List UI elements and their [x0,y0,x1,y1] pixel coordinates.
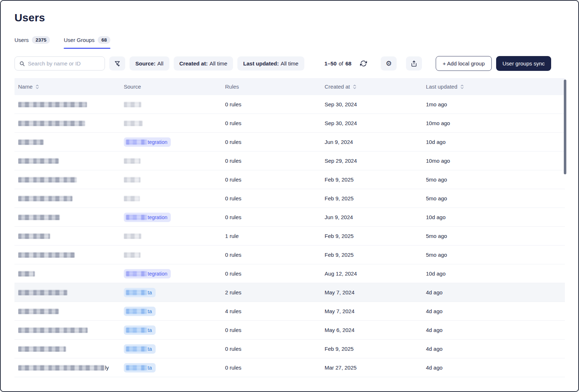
last-updated-cell: 10d ago [426,214,565,220]
group-name-cell [18,139,124,145]
table-row[interactable]: tegration0 rulesJun 9, 202410d ago [14,133,565,152]
source-badge-visible-text: ta [148,290,152,295]
group-name-redacted [18,121,85,126]
group-name-cell [18,214,124,221]
pagination-range: 1–50 [325,60,337,67]
rules-cell: 0 rules [225,195,325,201]
okta-source-badge: ta [124,307,156,316]
tab-users[interactable]: Users 2375 [14,36,50,49]
column-header-name[interactable]: Name [18,84,124,90]
source-cell: ta [124,344,225,354]
source-badge-visible-text: ta [148,308,152,314]
table-row[interactable]: ta0 rulesMay 6, 20244d ago [14,321,565,340]
table-row[interactable]: ta2 rulesMay 7, 20244d ago [14,283,565,302]
group-name-redacted [18,309,59,314]
group-name-cell [18,327,124,333]
source-redacted [124,196,140,201]
table-row[interactable]: 0 rulesSep 29, 202410mo ago [14,152,565,170]
source-badge-visible-text: tegration [148,214,167,220]
last-updated-cell: 5mo ago [426,233,565,239]
group-name-cell [18,289,124,296]
column-header-source: Source [124,84,225,90]
column-header-name-label: Name [18,84,33,90]
source-cell [124,176,225,183]
created-at-cell: Feb 9, 2025 [325,346,426,352]
group-name-redacted [18,140,43,145]
column-header-rules-label: Rules [225,84,239,90]
gear-icon: ⚙ [386,60,392,67]
sort-chevrons-icon[interactable] [460,84,464,89]
rules-cell: 0 rules [225,214,325,220]
group-name-cell [18,195,124,202]
table-row[interactable]: ta0 rulesFeb 9, 20254d ago [14,340,565,358]
integration-source-badge: tegration [124,137,171,147]
last-updated-cell: 4d ago [426,346,565,352]
refresh-button[interactable] [356,56,371,71]
rules-cell: 0 rules [225,158,325,164]
column-header-created-at[interactable]: Created at [325,84,426,90]
rules-cell: 0 rules [225,270,325,277]
okta-source-badge: ta [124,363,156,372]
pagination-total: 68 [346,60,352,67]
group-name-cell [18,158,124,164]
table-header-row: Name Source Rules Created at Last update… [14,78,565,95]
column-header-created-at-label: Created at [325,84,350,90]
group-name-redacted [18,346,66,352]
table-row[interactable]: 0 rulesFeb 9, 20255mo ago [14,170,565,189]
source-badge-redacted [126,346,147,351]
created-at-cell: Sep 30, 2024 [325,120,426,126]
source-cell [124,120,225,127]
group-name-cell [18,346,124,352]
table-row[interactable]: 0 rulesFeb 9, 20255mo ago [14,189,565,208]
search-box[interactable] [14,56,105,71]
vertical-scrollbar-thumb[interactable] [564,80,566,174]
created-at-cell: Jun 9, 2024 [325,214,426,220]
rules-cell: 2 rules [225,289,325,295]
tab-user-groups[interactable]: User Groups 68 [64,36,110,49]
source-badge-redacted [126,140,147,145]
tab-bar: Users 2375 User Groups 68 [1,36,578,49]
source-badge-redacted [126,271,147,276]
rules-cell: 4 rules [225,308,325,314]
filter-created-at[interactable]: Created at: All time [174,56,233,71]
source-cell [124,101,225,108]
add-filter-button[interactable] [109,56,125,71]
add-local-group-button[interactable]: + Add local group [436,56,491,71]
table-row[interactable]: 1 ruleFeb 9, 20255mo ago [14,227,565,246]
table-row[interactable]: tegration0 rulesAug 12, 202410d ago [14,264,565,283]
source-cell [124,158,225,164]
group-name-redacted [18,215,60,220]
user-groups-sync-button[interactable]: User groups sync [496,56,551,71]
table-row[interactable]: 0 rulesSep 30, 20241mo ago [14,95,565,114]
rules-cell: 0 rules [225,101,325,107]
source-redacted [124,158,140,164]
source-cell [124,252,225,258]
filter-last-updated[interactable]: Last updated: All time [237,56,304,71]
rules-cell: 1 rule [225,233,325,239]
column-header-last-updated[interactable]: Last updated [426,84,565,90]
group-name-redacted [18,177,77,183]
last-updated-cell: 4d ago [426,365,565,371]
group-name-cell [18,176,124,183]
table-row[interactable]: lyta0 rulesMar 27, 20254d ago [14,358,565,377]
table-row[interactable]: 0 rulesFeb 9, 20255mo ago [14,246,565,264]
refresh-icon [360,60,367,67]
source-badge-visible-text: ta [148,327,152,333]
table-row[interactable]: ta4 rulesMay 7, 20244d ago [14,302,565,321]
filter-source[interactable]: Source: All [130,56,169,71]
settings-button[interactable]: ⚙ [381,56,397,71]
source-badge-visible-text: tegration [148,271,167,277]
source-redacted [124,177,140,183]
sort-chevrons-icon[interactable] [35,84,39,89]
export-button[interactable] [406,56,422,71]
sort-chevrons-icon[interactable] [352,84,357,89]
filter-last-updated-label: Last updated: [243,60,279,67]
group-name-cell [18,120,124,127]
okta-source-badge: ta [124,344,156,354]
source-redacted [124,252,140,258]
search-input[interactable] [28,60,100,67]
created-at-cell: May 7, 2024 [325,289,426,295]
table-row[interactable]: 0 rulesSep 30, 202410mo ago [14,114,565,133]
source-badge-visible-text: ta [148,346,152,352]
table-row[interactable]: tegration0 rulesJun 9, 202410d ago [14,208,565,227]
